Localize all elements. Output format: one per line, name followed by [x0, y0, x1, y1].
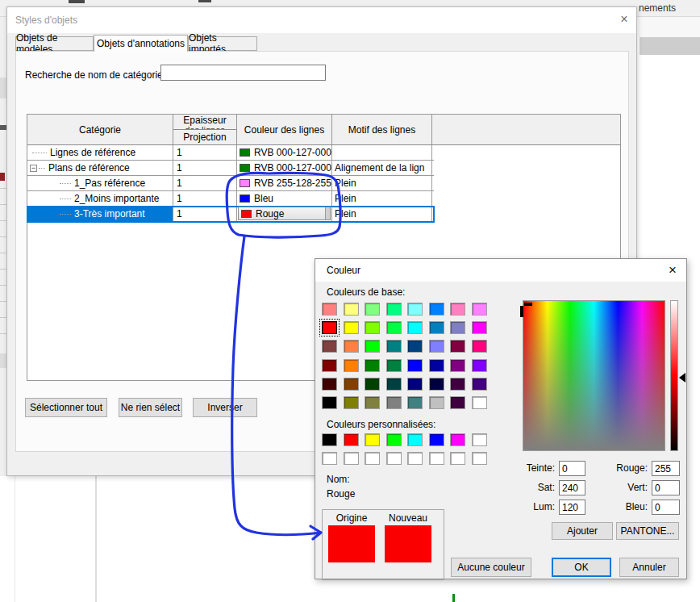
background-panel [638, 17, 700, 37]
select-all-button[interactable]: Sélectionner tout [25, 398, 107, 417]
luminance-arrow-icon[interactable] [679, 373, 685, 383]
close-icon[interactable]: × [614, 10, 635, 28]
table-row[interactable]: Lignes de référence1RVB 000-127-000 [27, 145, 434, 161]
category-cell[interactable]: Lignes de référence [27, 145, 173, 160]
blue-input[interactable] [652, 500, 680, 515]
object-styles-titlebar[interactable] [7, 7, 636, 33]
projection-cell[interactable]: 1 [173, 207, 237, 221]
line-color-cell[interactable]: RVB 255-128-255 [237, 176, 332, 190]
custom-color-swatch[interactable] [450, 452, 465, 465]
line-pattern-cell[interactable] [332, 145, 432, 160]
button-label: Annuler [632, 562, 665, 573]
custom-color-swatch[interactable] [450, 433, 465, 446]
table-row[interactable]: 3-Très important1RougePlein [27, 207, 434, 222]
custom-color-swatch[interactable] [429, 452, 444, 465]
button-label: OK [574, 562, 588, 573]
hue-saturation-field[interactable] [523, 300, 665, 451]
category-name: 3-Très important [74, 208, 145, 219]
custom-color-swatch[interactable] [322, 452, 337, 465]
tab-objets-de-modeles[interactable]: Objets de modèles [15, 36, 94, 51]
invert-selection-button[interactable]: Inverser [193, 398, 257, 417]
custom-color-swatch[interactable] [344, 433, 359, 446]
background-ribbon-text: nements [639, 2, 676, 14]
search-input[interactable] [160, 65, 326, 81]
color-swatch [240, 194, 250, 203]
background-text-fragment [69, 0, 85, 3]
tree-connector-icon [60, 214, 71, 215]
custom-color-swatch[interactable] [407, 452, 423, 465]
sat-input[interactable] [559, 480, 585, 495]
custom-color-swatch[interactable] [429, 433, 444, 446]
custom-color-swatch[interactable] [472, 433, 487, 446]
cancel-button[interactable]: Annuler [619, 558, 679, 577]
projection-cell[interactable]: 1 [173, 161, 237, 175]
table-row[interactable]: 1_Pas référence1RVB 255-128-255Plein [27, 176, 434, 191]
tab-objets-annotations[interactable]: Objets d'annotations [94, 35, 188, 52]
line-color-cell[interactable]: RVB 000-127-000 [237, 161, 332, 175]
select-none-button[interactable]: Ne rien sélect [119, 398, 182, 417]
category-cell[interactable]: 3-Très important [27, 207, 173, 221]
custom-color-swatch[interactable] [365, 433, 380, 446]
collapse-icon[interactable]: − [30, 165, 37, 172]
background-left-strip [0, 17, 6, 476]
luminance-slider[interactable] [670, 300, 678, 451]
line-color-button[interactable]: Rouge [238, 207, 331, 220]
tree-connector-icon [60, 183, 71, 184]
lum-input[interactable] [559, 500, 585, 515]
category-cell[interactable]: 2_Moins importante [27, 191, 173, 206]
custom-color-swatch[interactable] [407, 433, 423, 446]
red-input[interactable] [652, 461, 680, 476]
color-name-value: Rouge [327, 488, 355, 500]
name-label: Nom: [327, 474, 350, 485]
custom-color-swatch[interactable] [472, 452, 487, 465]
header-label: Epaisseur [173, 115, 236, 126]
header-couleur-lignes[interactable]: Couleur des lignes [237, 115, 332, 144]
add-color-button[interactable]: Ajouter [552, 522, 613, 540]
pantone-button[interactable]: PANTONE... [616, 522, 679, 540]
projection-cell[interactable]: 1 [173, 176, 237, 190]
tab-objets-importes[interactable]: Objets importés [188, 36, 257, 51]
custom-color-swatch[interactable] [322, 433, 337, 446]
line-pattern-cell[interactable]: Plein [332, 191, 432, 206]
no-color-button[interactable]: Aucune couleur [451, 558, 531, 577]
header-motif-lignes[interactable]: Motif des lignes [332, 115, 432, 144]
custom-color-swatch[interactable] [386, 452, 402, 465]
category-cell[interactable]: −Plans de référence [27, 161, 173, 175]
background-green-mark [452, 594, 455, 602]
color-compare-group: Origine Nouveau [322, 509, 444, 580]
color-swatch [240, 164, 250, 172]
header-categorie[interactable]: Catégorie [27, 115, 173, 144]
background-text-fragment [198, 0, 211, 2]
table-row[interactable]: −Plans de référence1RVB 000-127-000Align… [27, 161, 434, 176]
header-label: Projection [173, 130, 236, 144]
line-color-cell[interactable]: Bleu [237, 191, 332, 206]
blue-label: Bleu: [598, 501, 648, 512]
custom-color-swatch[interactable] [386, 433, 402, 446]
color-label: Bleu [254, 193, 273, 204]
new-color-swatch [385, 525, 431, 562]
tree-connector-icon [32, 153, 47, 153]
background-header-band [640, 37, 700, 55]
background-vertical-divider [95, 476, 97, 602]
table-row[interactable]: 2_Moins importante1BleuPlein [27, 191, 434, 207]
header-epaisseur[interactable]: Epaisseur des lignes Projection [173, 115, 237, 144]
projection-cell[interactable]: 1 [173, 145, 237, 160]
line-color-cell[interactable]: RVB 000-127-000 [237, 145, 332, 160]
category-cell[interactable]: 1_Pas référence [27, 176, 173, 190]
custom-color-swatch[interactable] [365, 452, 380, 465]
color-picker-dialog: Couleur × Couleurs de base: Couleurs per… [315, 258, 687, 579]
green-input[interactable] [652, 480, 680, 495]
line-color-cell[interactable]: Rouge [237, 207, 332, 221]
color-label: RVB 000-127-000 [254, 162, 331, 173]
line-pattern-cell[interactable]: Plein [332, 207, 432, 221]
hue-input[interactable] [559, 461, 585, 476]
header-label: Catégorie [79, 124, 121, 136]
line-pattern-cell[interactable]: Alignement de la lign [332, 161, 432, 175]
background-vertical-divider [15, 476, 15, 602]
ok-button[interactable]: OK [552, 558, 611, 577]
hue-label: Teinte: [505, 462, 555, 474]
color-field-marker-icon [524, 303, 532, 306]
line-pattern-cell[interactable]: Plein [332, 176, 432, 190]
custom-color-swatch[interactable] [344, 452, 359, 465]
projection-cell[interactable]: 1 [173, 191, 237, 206]
